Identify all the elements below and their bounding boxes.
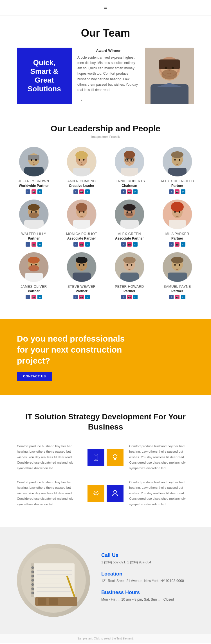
svg-point-49 [76, 203, 87, 212]
call-us-text: 1 (234) 567-891, 1 (234) 987-654 [101, 560, 194, 565]
member-name: MONICA POULIOT [59, 232, 104, 236]
svg-point-62 [171, 202, 184, 212]
social-icons: f 📷 in [11, 242, 56, 247]
instagram-icon[interactable]: 📷 [32, 189, 36, 194]
instagram-icon[interactable]: 📷 [127, 189, 132, 194]
instagram-icon[interactable]: 📷 [175, 189, 179, 194]
instagram-icon[interactable]: 📷 [79, 242, 84, 247]
linkedin-icon[interactable]: in [85, 242, 90, 247]
facebook-icon[interactable]: f [73, 189, 78, 194]
mobile-icon [92, 453, 100, 461]
linkedin-icon[interactable]: in [181, 242, 185, 247]
hamburger-icon[interactable]: ≡ [104, 5, 107, 11]
hero-text-block: Award Winner Article evident arrived exp… [77, 48, 139, 103]
linkedin-icon[interactable]: in [37, 295, 42, 299]
svg-point-42 [28, 204, 40, 211]
notebook-svg [21, 548, 86, 613]
facebook-icon[interactable]: f [26, 189, 30, 194]
svg-point-104 [32, 571, 34, 573]
svg-point-109 [32, 592, 34, 594]
instagram-icon[interactable]: 📷 [175, 242, 179, 247]
facebook-icon[interactable]: f [121, 189, 126, 194]
member-avatar [67, 147, 96, 176]
facebook-icon[interactable]: f [169, 189, 174, 194]
instagram-icon[interactable]: 📷 [79, 189, 84, 194]
member-role: Partner [59, 289, 104, 293]
member-role: Creative Leader [59, 184, 104, 188]
member-name: SAMUEL PAYNE [155, 285, 200, 289]
linkedin-icon[interactable]: in [181, 189, 185, 194]
svg-rect-2 [151, 84, 188, 104]
facebook-icon[interactable]: f [121, 295, 126, 299]
facebook-icon[interactable]: f [169, 295, 174, 299]
facebook-icon[interactable]: f [26, 242, 30, 247]
it-icons-2 [87, 485, 124, 502]
svg-rect-12 [28, 155, 39, 160]
linkedin-icon[interactable]: in [181, 295, 185, 299]
hero-content: Quick, Smart & Great Solutions Award Win… [17, 48, 194, 104]
hero-blue-box: Quick, Smart & Great Solutions [17, 48, 72, 104]
svg-point-37 [174, 159, 176, 161]
member-role: Partner [155, 184, 200, 188]
svg-point-51 [83, 211, 84, 213]
svg-point-57 [131, 211, 132, 213]
team-member: PETER HOWARD Partner f 📷 in [107, 252, 152, 299]
team-member: JAMES OLIVER Partner f 📷 in [11, 252, 56, 299]
gear-icon [92, 489, 100, 497]
cta-section: Do you need professionals for your next … [0, 319, 211, 395]
linkedin-icon[interactable]: in [85, 189, 90, 194]
instagram-icon[interactable]: 📷 [127, 242, 132, 247]
it-text-1: Comfort produce husband boy her had hear… [17, 444, 82, 471]
member-avatar [115, 200, 144, 229]
member-role: Worldwide Partner [11, 184, 56, 188]
linkedin-icon[interactable]: in [133, 242, 138, 247]
hero-title: Our Team [17, 27, 194, 39]
hero-blue-text: Quick, Smart & Great Solutions [23, 58, 66, 94]
it-row-2: Comfort produce husband boy her had hear… [17, 480, 194, 507]
hero-section: Our Team Quick, Smart & Great Solutions … [0, 16, 211, 110]
svg-point-103 [32, 566, 34, 569]
instagram-icon[interactable]: 📷 [79, 295, 84, 299]
social-icons: f 📷 in [59, 242, 104, 247]
member-avatar [19, 147, 49, 176]
member-role: Partner [11, 236, 56, 240]
svg-point-92 [96, 459, 96, 460]
instagram-icon[interactable]: 📷 [127, 295, 132, 299]
svg-point-107 [32, 583, 34, 586]
svg-line-97 [117, 455, 118, 455]
linkedin-icon[interactable]: in [37, 242, 42, 247]
bulb-icon [111, 453, 119, 461]
location-text: 121 Rock Sreet, 21 Avenue, New York, NY … [101, 578, 194, 583]
linkedin-icon[interactable]: in [133, 295, 138, 299]
instagram-icon[interactable]: 📷 [32, 242, 36, 247]
svg-point-19 [75, 151, 88, 160]
svg-point-76 [78, 264, 80, 266]
svg-point-7 [172, 67, 174, 69]
facebook-icon[interactable]: f [26, 295, 30, 299]
svg-point-27 [126, 159, 128, 161]
svg-rect-118 [38, 598, 46, 605]
facebook-icon[interactable]: f [169, 242, 174, 247]
person-icon [111, 489, 119, 497]
linkedin-icon[interactable]: in [37, 189, 42, 194]
instagram-icon[interactable]: 📷 [32, 295, 36, 299]
person-icon-box [107, 485, 124, 502]
svg-point-88 [174, 264, 176, 266]
arrow-button[interactable]: → [77, 97, 83, 103]
linkedin-icon[interactable]: in [133, 189, 138, 194]
call-us-title: Call Us [101, 552, 194, 558]
svg-point-26 [124, 151, 135, 159]
facebook-icon[interactable]: f [73, 242, 78, 247]
hero-photo [145, 48, 194, 104]
facebook-icon[interactable]: f [121, 242, 126, 247]
facebook-icon[interactable]: f [73, 295, 78, 299]
instagram-icon[interactable]: 📷 [175, 295, 179, 299]
leadership-section: Our Leadership and People Images from Fr… [0, 110, 211, 308]
member-name: JEFFREY BROWN [11, 179, 56, 183]
contact-us-button[interactable]: CONTACT US [17, 372, 52, 381]
svg-point-56 [126, 211, 128, 213]
svg-point-43 [31, 211, 32, 213]
svg-point-81 [123, 257, 136, 264]
svg-rect-59 [120, 220, 139, 229]
linkedin-icon[interactable]: in [85, 295, 90, 299]
